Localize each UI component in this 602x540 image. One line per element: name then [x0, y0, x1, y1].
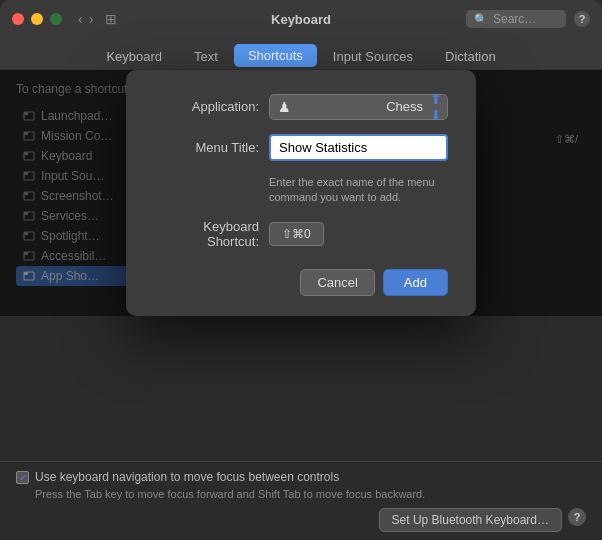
hint-text: Enter the exact name of the menu command…	[269, 175, 448, 206]
chess-icon: ♟	[278, 99, 294, 115]
tab-shortcuts[interactable]: Shortcuts	[234, 44, 317, 67]
window-title: Keyboard	[271, 12, 331, 27]
tabbar: Keyboard Text Shortcuts Input Sources Di…	[0, 38, 602, 70]
shortcut-display[interactable]: ⇧⌘0	[269, 222, 324, 246]
keyboard-shortcut-row: Keyboard Shortcut: ⇧⌘0	[154, 219, 448, 249]
traffic-lights	[12, 13, 62, 25]
menu-title-input[interactable]	[269, 134, 448, 161]
application-select-wrapper: ♟ Chess ⬆⬇	[269, 94, 448, 120]
nav-checkbox[interactable]	[16, 471, 29, 484]
minimize-button[interactable]	[31, 13, 43, 25]
modal-buttons: Cancel Add	[154, 269, 448, 296]
close-button[interactable]	[12, 13, 24, 25]
forward-arrow-icon[interactable]: ›	[89, 11, 94, 27]
menu-title-label: Menu Title:	[154, 140, 269, 155]
application-select[interactable]: ♟ Chess	[269, 94, 448, 120]
application-value: Chess	[386, 99, 423, 114]
add-button[interactable]: Add	[383, 269, 448, 296]
footer: Use keyboard navigation to move focus be…	[0, 461, 602, 540]
search-placeholder: Searc…	[493, 12, 536, 26]
chevron-down-icon: ⬆⬇	[430, 91, 442, 123]
tab-dictation[interactable]: Dictation	[429, 44, 512, 69]
modal-overlay: Application: ♟ Chess ⬆⬇ Menu Title: Ente…	[0, 70, 602, 316]
grid-icon[interactable]: ⊞	[105, 11, 117, 27]
tab-input-sources[interactable]: Input Sources	[317, 44, 429, 69]
main-content: To change a shortcut, select it, click t…	[0, 70, 602, 316]
bluetooth-button[interactable]: Set Up Bluetooth Keyboard…	[379, 508, 562, 532]
footer-btn-row: Set Up Bluetooth Keyboard… ?	[16, 508, 586, 532]
nav-arrows: ‹ ›	[78, 11, 93, 27]
help-button[interactable]: ?	[574, 11, 590, 27]
tab-text[interactable]: Text	[178, 44, 234, 69]
keyboard-shortcut-label: Keyboard Shortcut:	[154, 219, 269, 249]
search-icon: 🔍	[474, 13, 488, 26]
application-row: Application: ♟ Chess ⬆⬇	[154, 94, 448, 120]
back-arrow-icon[interactable]: ‹	[78, 11, 83, 27]
application-label: Application:	[154, 99, 269, 114]
footer-help-button[interactable]: ?	[568, 508, 586, 526]
search-bar[interactable]: 🔍 Searc…	[466, 10, 566, 28]
maximize-button[interactable]	[50, 13, 62, 25]
titlebar: ‹ › ⊞ Keyboard 🔍 Searc… ?	[0, 0, 602, 38]
menu-title-row: Menu Title:	[154, 134, 448, 161]
cancel-button[interactable]: Cancel	[300, 269, 374, 296]
menu-title-input-wrapper	[269, 134, 448, 161]
tab-keyboard[interactable]: Keyboard	[90, 44, 178, 69]
footer-checkbox-row: Use keyboard navigation to move focus be…	[16, 470, 586, 484]
footer-checkbox-label: Use keyboard navigation to move focus be…	[35, 470, 339, 484]
footer-sub-text: Press the Tab key to move focus forward …	[16, 488, 586, 500]
add-shortcut-modal: Application: ♟ Chess ⬆⬇ Menu Title: Ente…	[126, 70, 476, 317]
